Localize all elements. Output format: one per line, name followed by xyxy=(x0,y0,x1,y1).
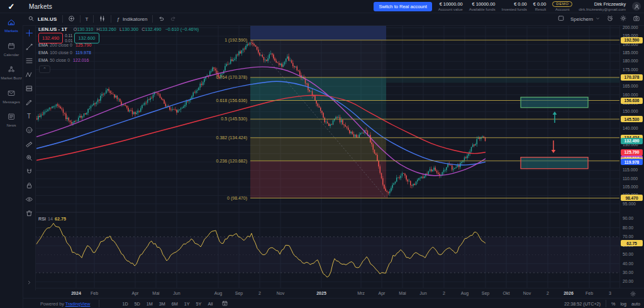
chart-area[interactable]: 1 (192.590)0.764 (170.378)0.618 (156.636… xyxy=(35,25,619,288)
time-tick: Apr xyxy=(379,291,386,295)
sell-button[interactable]: 132.490 xyxy=(38,33,63,43)
sidebar-item-market-buzz[interactable]: Market Buzz xyxy=(0,65,23,81)
price-badge: 170.378 xyxy=(621,74,643,81)
symbol-search[interactable]: LEN.US xyxy=(23,15,62,23)
remove-all-tool[interactable] xyxy=(24,208,35,219)
time-tick: 2 xyxy=(547,291,549,295)
text-tool[interactable]: T xyxy=(24,111,35,122)
price-badge: 145.530 xyxy=(621,116,643,122)
switch-to-real-account-button[interactable]: Switch to Real account xyxy=(374,2,431,11)
account-stat-available-funds: € 10000.00Available funds xyxy=(469,1,496,12)
tradingview-link[interactable]: TradingView xyxy=(65,301,91,307)
xabcd-pattern-tool[interactable] xyxy=(24,69,35,80)
account-summary: Switch to Real account € 10000.00Account… xyxy=(374,0,641,13)
range-button-1y[interactable]: 1Y xyxy=(184,301,190,307)
user-name: Dirk Friczewsky xyxy=(594,1,626,7)
crosshair-tool[interactable] xyxy=(24,28,35,38)
range-button-1m[interactable]: 1M xyxy=(147,301,153,307)
time-tick: 2025 xyxy=(316,291,326,295)
price-badge: 192.590 xyxy=(621,37,643,43)
log-scale-button[interactable]: log xyxy=(620,301,626,307)
broker-logo-icon[interactable]: ✓ xyxy=(0,2,23,11)
lock-all-tool[interactable] xyxy=(24,180,35,191)
indicators-button[interactable]: ƒ Indikatoren xyxy=(111,16,152,22)
price-tick: 110.000 xyxy=(623,176,638,181)
range-button-3m[interactable]: 3M xyxy=(159,301,165,307)
time-tick: Jun xyxy=(173,291,180,295)
rsi-tick: 40.00 xyxy=(623,261,633,266)
ema-legend-row[interactable]: EMA 50 close 0 122.016 xyxy=(38,58,89,62)
gear-icon[interactable] xyxy=(619,14,627,23)
sidebar-item-messages[interactable]: Messages xyxy=(0,89,23,105)
chart-toolbar: LEN.US T ƒ Indikatoren Speichern xyxy=(23,13,644,26)
undo-button[interactable] xyxy=(153,15,170,23)
price-badge: 156.636 xyxy=(621,98,643,104)
ema-legend-row[interactable]: EMA 100 close 0 119.978 xyxy=(38,50,91,55)
price-tick: 180.000 xyxy=(623,59,638,63)
price-badge: 125.790 xyxy=(621,149,643,156)
time-tick: Feb xyxy=(586,291,593,295)
svg-text:0.5 (145.530): 0.5 (145.530) xyxy=(221,117,247,122)
redo-button[interactable] xyxy=(170,15,182,23)
auto-scale-button[interactable]: auto xyxy=(631,301,640,307)
save-layout-button[interactable]: Speichern xyxy=(570,16,601,23)
clock[interactable]: 22:38:52 (UTC+2) xyxy=(564,301,601,307)
trend-line-tool[interactable] xyxy=(24,42,35,52)
time-tick: 3 xyxy=(609,291,611,295)
user-avatar[interactable] xyxy=(632,2,641,11)
buy-button[interactable]: 132.600 xyxy=(74,33,99,43)
ema-legend-row[interactable]: EMA 200 close 0 125.790 xyxy=(38,43,91,47)
rsi-badge: 62.75 xyxy=(621,240,643,246)
time-tick: Aug xyxy=(214,291,222,295)
range-button-5d[interactable]: 5D xyxy=(135,301,140,307)
compare-button[interactable] xyxy=(63,15,80,23)
range-button-5y[interactable]: 5Y xyxy=(196,301,202,307)
rsi-tick: 20.00 xyxy=(623,279,633,283)
page-title: Markets xyxy=(29,3,52,10)
time-tick: Apr xyxy=(132,291,139,295)
camera-icon[interactable] xyxy=(633,14,640,23)
sidebar-item-markets[interactable]: Markets xyxy=(0,18,23,33)
sidebar-item-calendar[interactable]: Calendar xyxy=(0,42,23,57)
brush-tool[interactable] xyxy=(24,97,35,108)
svg-text:1 (192.590): 1 (192.590) xyxy=(225,38,247,43)
magnet-tool[interactable] xyxy=(24,166,35,177)
price-tick: 150.000 xyxy=(623,109,638,113)
interval-button[interactable]: T xyxy=(80,16,94,22)
sidebar-item-news[interactable]: News xyxy=(0,112,23,128)
redo-icon xyxy=(170,15,177,23)
ruler-tool[interactable] xyxy=(24,139,35,149)
go-to-date-icon[interactable] xyxy=(221,300,228,308)
demo-label: Account xyxy=(555,7,569,11)
price-tick: 105.000 xyxy=(623,185,638,189)
demo-pill: DEMO xyxy=(552,1,572,7)
price-badge: 119.978 xyxy=(621,159,643,165)
long-position-tool[interactable] xyxy=(24,83,35,94)
chart-style-button[interactable] xyxy=(94,15,111,23)
undo-icon xyxy=(158,15,165,23)
calendar-icon xyxy=(7,42,16,52)
rsi-value: 62.75 xyxy=(55,216,66,222)
percent-scale-button[interactable]: % xyxy=(611,301,615,307)
legend-collapse-button[interactable]: ⌃ xyxy=(39,66,50,73)
range-button-6m[interactable]: 6M xyxy=(172,301,178,307)
rsi-tick: 70.00 xyxy=(623,234,633,239)
time-tick: Sep xyxy=(482,291,489,295)
time-axis[interactable]: 2024FebAprMaiJunAugSep2Nov2025MrzAprMaiJ… xyxy=(23,288,644,299)
hide-all-tool[interactable] xyxy=(24,194,35,205)
rsi-tick: 80.00 xyxy=(623,225,633,230)
price-chart[interactable]: 1 (192.590)0.764 (170.378)0.618 (156.636… xyxy=(35,25,619,288)
toolbar-expand-chevron-icon[interactable] xyxy=(24,277,35,288)
rsi-tick: 50.00 xyxy=(623,252,633,256)
emoji-tool[interactable] xyxy=(24,125,35,135)
fib-retracement-tool[interactable] xyxy=(24,55,35,66)
price-axis[interactable]: 200.000195.000190.000185.000180.000175.0… xyxy=(619,25,644,288)
drawing-toolbar: T xyxy=(23,25,36,290)
alert-icon[interactable] xyxy=(606,14,614,23)
range-button-all[interactable]: All xyxy=(208,301,213,307)
user-email: dirk.friczewsky@gmail.com xyxy=(579,7,626,12)
range-button-1d[interactable]: 1D xyxy=(122,301,128,307)
layout-icon[interactable] xyxy=(557,14,565,23)
svg-text:0.618 (156.636): 0.618 (156.636) xyxy=(216,98,247,103)
zoom-in-tool[interactable] xyxy=(24,152,35,163)
